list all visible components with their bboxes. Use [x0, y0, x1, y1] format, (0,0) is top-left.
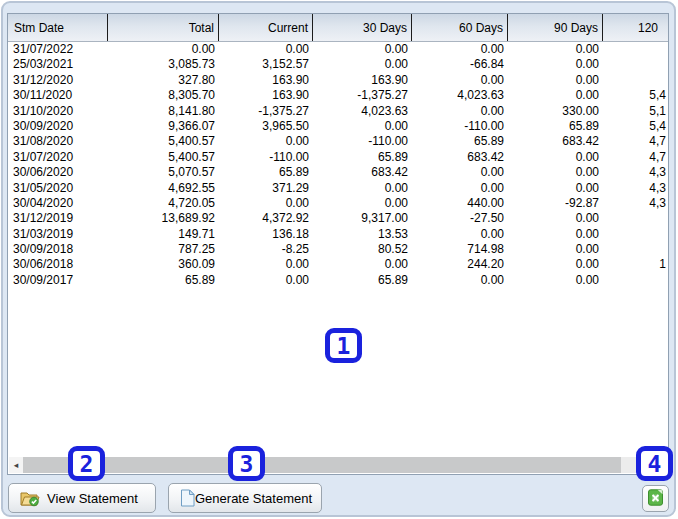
table-row[interactable]: 30/06/20205,070.5765.89683.420.000.004,3 — [8, 165, 668, 180]
table-row[interactable]: 31/03/2019149.71136.1813.530.000.00 — [8, 227, 668, 242]
scrollbar-thumb[interactable] — [23, 457, 621, 473]
table-row[interactable]: 31/12/201913,689.924,372.929,317.00-27.5… — [8, 211, 668, 226]
table-cell: -1,375.27 — [219, 104, 313, 119]
table-row[interactable]: 30/11/20208,305.70163.90-1,375.274,023.6… — [8, 88, 668, 103]
table-cell — [603, 42, 668, 57]
table-row[interactable]: 30/09/2018787.25-8.2580.52714.980.00 — [8, 242, 668, 257]
table-cell: 440.00 — [412, 196, 508, 211]
scroll-left-button[interactable]: ◂ — [9, 457, 23, 473]
table-cell: 371.29 — [219, 181, 313, 196]
table-row[interactable]: 30/06/2018360.090.000.00244.200.001 — [8, 257, 668, 272]
table-cell: 3,965.50 — [219, 119, 313, 134]
table-cell: 0.00 — [313, 119, 412, 134]
table-cell: 0.00 — [508, 257, 603, 272]
table-cell: -27.50 — [412, 211, 508, 226]
table-row[interactable]: 25/03/20213,085.733,152.570.00-66.840.00 — [8, 57, 668, 72]
table-cell: 0.00 — [412, 104, 508, 119]
table-cell: 5,4 — [603, 88, 668, 103]
table-cell: 714.98 — [412, 242, 508, 257]
column-header-90-days[interactable]: 90 Days — [508, 14, 603, 41]
table-cell: 0.00 — [508, 150, 603, 165]
table-cell: 0.00 — [508, 181, 603, 196]
table-cell: -110.00 — [219, 150, 313, 165]
table-cell: 4,372.92 — [219, 211, 313, 226]
table-cell: 0.00 — [313, 196, 412, 211]
scroll-left-icon: ◂ — [14, 457, 19, 473]
table-cell: 80.52 — [313, 242, 412, 257]
table-cell: 163.90 — [313, 73, 412, 88]
table-cell: 0.00 — [412, 181, 508, 196]
view-statement-label: View Statement — [40, 491, 145, 506]
table-cell: 0.00 — [313, 57, 412, 72]
table-cell: 163.90 — [219, 73, 313, 88]
horizontal-scrollbar[interactable]: ◂ ▸ — [9, 457, 667, 473]
view-statement-button[interactable]: View Statement — [8, 483, 156, 513]
table-cell: 0.00 — [412, 273, 508, 288]
table-cell: 0.00 — [313, 257, 412, 272]
table-cell: 30/06/2020 — [8, 165, 108, 180]
export-excel-button[interactable] — [642, 485, 669, 512]
table-cell: 5,400.57 — [108, 134, 219, 149]
table-row[interactable]: 31/10/20208,141.80-1,375.274,023.630.003… — [8, 104, 668, 119]
table-cell: -1,375.27 — [313, 88, 412, 103]
table-cell: 5,070.57 — [108, 165, 219, 180]
table-cell: 1 — [603, 257, 668, 272]
table-cell: 0.00 — [508, 73, 603, 88]
table-row[interactable]: 30/04/20204,720.050.000.00440.00-92.874,… — [8, 196, 668, 211]
open-folder-check-icon — [20, 490, 40, 507]
table-cell: 31/12/2019 — [8, 211, 108, 226]
table-cell: 0.00 — [508, 227, 603, 242]
table-cell: 30/09/2017 — [8, 273, 108, 288]
table-cell: 0.00 — [313, 42, 412, 57]
table-cell: 360.09 — [108, 257, 219, 272]
table-cell: 13,689.92 — [108, 211, 219, 226]
table-cell — [603, 273, 668, 288]
table-cell: 4,7 — [603, 134, 668, 149]
table-cell: 0.00 — [412, 42, 508, 57]
generate-statement-label: Generate Statement — [195, 491, 312, 506]
table-cell: 31/05/2020 — [8, 181, 108, 196]
column-header-total[interactable]: Total — [108, 14, 219, 41]
table-body: 31/07/20220.000.000.000.000.0025/03/2021… — [8, 42, 668, 288]
table-cell: 327.80 — [108, 73, 219, 88]
table-cell — [603, 242, 668, 257]
table-cell: 8,305.70 — [108, 88, 219, 103]
annotation-marker-4: 4 — [636, 446, 673, 481]
table-cell: 9,366.07 — [108, 119, 219, 134]
table-row[interactable]: 31/05/20204,692.55371.290.000.000.004,3 — [8, 181, 668, 196]
table-row[interactable]: 31/08/20205,400.570.00-110.0065.89683.42… — [8, 134, 668, 149]
table-cell: 5,1 — [603, 104, 668, 119]
table-cell: 136.18 — [219, 227, 313, 242]
table-cell: 65.89 — [313, 150, 412, 165]
generate-statement-button[interactable]: Generate Statement — [168, 483, 322, 513]
column-header-60-days[interactable]: 60 Days — [412, 14, 508, 41]
table-row[interactable]: 31/07/20205,400.57-110.0065.89683.420.00… — [8, 150, 668, 165]
table-cell: 0.00 — [219, 134, 313, 149]
table-cell: 65.89 — [108, 273, 219, 288]
statement-table: Stm DateTotalCurrent30 Days60 Days90 Day… — [7, 13, 669, 475]
table-cell: 31/10/2020 — [8, 104, 108, 119]
table-cell: 31/12/2020 — [8, 73, 108, 88]
table-row[interactable]: 30/09/201765.890.0065.890.000.00 — [8, 273, 668, 288]
table-cell: 8,141.80 — [108, 104, 219, 119]
column-header-current[interactable]: Current — [219, 14, 313, 41]
table-cell — [603, 227, 668, 242]
table-cell: 0.00 — [508, 242, 603, 257]
table-cell: 0.00 — [412, 227, 508, 242]
table-cell: 65.89 — [219, 165, 313, 180]
table-row[interactable]: 30/09/20209,366.073,965.500.00-110.0065.… — [8, 119, 668, 134]
table-row[interactable]: 31/12/2020327.80163.90163.900.000.00 — [8, 73, 668, 88]
column-header-120[interactable]: 120 — [603, 14, 668, 41]
table-cell: 4,720.05 — [108, 196, 219, 211]
table-cell: 0.00 — [508, 165, 603, 180]
table-row[interactable]: 31/07/20220.000.000.000.000.00 — [8, 42, 668, 57]
table-cell: 0.00 — [508, 88, 603, 103]
table-cell: 4,023.63 — [412, 88, 508, 103]
table-cell: 5,400.57 — [108, 150, 219, 165]
table-cell: 683.42 — [412, 150, 508, 165]
table-cell: 3,152.57 — [219, 57, 313, 72]
column-header-stm-date[interactable]: Stm Date — [8, 14, 108, 41]
table-cell: 0.00 — [508, 273, 603, 288]
column-header-30-days[interactable]: 30 Days — [313, 14, 412, 41]
table-cell: 30/11/2020 — [8, 88, 108, 103]
